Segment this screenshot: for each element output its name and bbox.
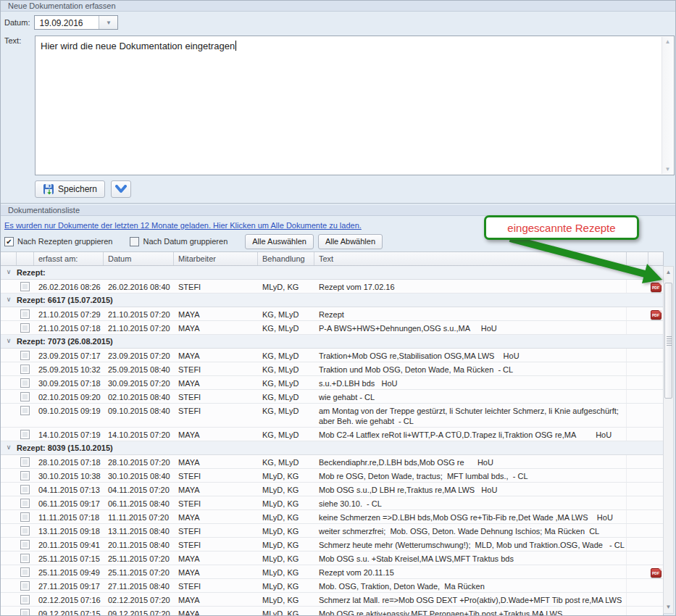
table-row[interactable]: 27.11.2015 09:1727.11.2015 08:40STEFIMLy… [1, 579, 663, 593]
row-checkbox[interactable] [20, 595, 30, 604]
cell-spacer [627, 579, 648, 592]
table-row[interactable]: 30.09.2015 07:1830.09.2015 07:20MAYAKG, … [1, 376, 663, 390]
date-picker[interactable]: 19.09.2016 ▼ [34, 15, 118, 30]
cell-spacer [627, 607, 648, 615]
table-row[interactable]: 25.09.2015 10:3225.09.2015 08:40STEFIKG,… [1, 362, 663, 376]
table-row[interactable]: 13.11.2015 09:1813.11.2015 08:40STEFIMLy… [1, 524, 663, 538]
column-header-mitarbeiter[interactable]: Mitarbeiter [174, 252, 258, 265]
text-caret [235, 41, 236, 51]
group-row[interactable]: ∨Rezept: 7073 (26.08.2015) [1, 335, 663, 349]
row-checkbox[interactable] [20, 282, 30, 291]
scrollbar-thumb[interactable] [664, 283, 672, 399]
row-checkbox[interactable] [20, 609, 30, 615]
cell-datum: 14.10.2015 07:20 [104, 428, 174, 441]
group-row[interactable]: ∨Rezept: 6617 (15.07.2015) [1, 294, 663, 307]
cell-erfasst: 13.11.2015 09:18 [34, 524, 104, 537]
documentation-textarea[interactable]: Hier wird die neue Dokumentation eingetr… [35, 36, 675, 175]
group-label: Rezept: 7073 (26.08.2015) [17, 335, 663, 348]
table-row[interactable]: 06.11.2015 09:1706.11.2015 08:40STEFIMLy… [1, 496, 663, 510]
date-input[interactable]: 19.09.2016 [35, 16, 99, 29]
group-collapse-chevron-icon[interactable]: ∨ [1, 266, 17, 279]
row-checkbox[interactable] [20, 512, 30, 522]
cell-datum: 26.02.2016 08:40 [104, 280, 174, 293]
table-row[interactable]: 09.12.2015 07:1509.12.2015 07:20MAYAMLyD… [1, 607, 663, 615]
table-row[interactable]: 02.10.2015 09:2002.10.2015 08:40STEFIKG,… [1, 390, 663, 404]
scroll-down-icon[interactable]: ▼ [664, 602, 673, 613]
row-checkbox-cell [17, 565, 34, 578]
load-all-documents-link[interactable]: Es wurden nur Dokumente der letzten 12 M… [4, 221, 362, 230]
cell-mitarbeiter: MAYA [174, 510, 258, 523]
row-checkbox[interactable] [20, 471, 30, 480]
row-checkbox[interactable] [20, 554, 30, 563]
group-by-rezept-checkbox[interactable]: ✔ [4, 237, 14, 246]
column-header-text[interactable]: Text [314, 252, 627, 265]
table-row[interactable]: 09.10.2015 09:1909.10.2015 08:40STEFIKG,… [1, 404, 663, 428]
cell-text: Mob OSG s.u.,D LBH re,Traktus re,MA LWS … [314, 483, 627, 496]
group-collapse-chevron-icon[interactable]: ∨ [1, 294, 17, 307]
date-dropdown-button[interactable]: ▼ [99, 16, 117, 29]
row-checkbox[interactable] [20, 351, 30, 360]
row-checkbox[interactable] [20, 309, 30, 319]
deselect-all-button[interactable]: Alle Abwählen [318, 234, 383, 249]
table-row[interactable]: 28.10.2015 07:1828.10.2015 07:20MAYAKG, … [1, 455, 663, 469]
table-row[interactable]: 25.11.2015 09:4925.11.2015 07:20MAYAMLyD… [1, 565, 663, 579]
row-checkbox[interactable] [20, 526, 30, 536]
row-chevron-spacer [1, 376, 17, 389]
table-row[interactable]: 14.10.2015 07:1914.10.2015 07:20MAYAKG, … [1, 428, 663, 441]
expand-button[interactable] [111, 180, 131, 198]
cell-mitarbeiter: MAYA [174, 552, 258, 565]
group-collapse-chevron-icon[interactable]: ∨ [1, 441, 17, 454]
table-row[interactable]: 21.10.2015 07:1821.10.2015 07:20MAYAKG, … [1, 321, 663, 335]
row-checkbox[interactable] [20, 567, 30, 577]
cell-datum: 27.11.2015 08:40 [104, 579, 174, 592]
textarea-scrollbar[interactable]: ▲ ▼ [662, 37, 673, 174]
table-row[interactable]: 04.11.2015 07:1304.11.2015 07:20MAYAMLyD… [1, 483, 663, 496]
row-checkbox[interactable] [20, 406, 30, 415]
select-all-button[interactable]: Alle Auswählen [245, 234, 314, 249]
cell-spacer [627, 552, 648, 565]
cell-pdf: PDF [648, 280, 663, 293]
doc-table-body: ∨Rezept:26.02.2016 08:2626.02.2016 08:40… [1, 266, 663, 615]
pdf-document-icon[interactable]: PDF [651, 568, 662, 578]
cell-datum: 06.11.2015 08:40 [104, 496, 174, 509]
row-chevron-spacer [1, 280, 17, 293]
row-checkbox[interactable] [20, 323, 30, 333]
row-checkbox[interactable] [20, 365, 30, 374]
table-row[interactable]: 11.11.2015 07:1811.11.2015 07:20MAYAMLyD… [1, 510, 663, 524]
table-row[interactable]: 20.11.2015 09:4120.11.2015 08:40STEFIMLy… [1, 538, 663, 552]
row-chevron-spacer [1, 607, 17, 615]
cell-erfasst: 30.10.2015 10:38 [34, 469, 104, 482]
scroll-up-icon[interactable]: ▲ [664, 267, 673, 278]
pdf-document-icon[interactable]: PDF [651, 310, 662, 320]
row-checkbox[interactable] [20, 430, 30, 439]
table-row[interactable]: 26.02.2016 08:2626.02.2016 08:40STEFIMLy… [1, 280, 663, 294]
table-row[interactable]: 30.10.2015 10:3830.10.2015 08:40STEFIMLy… [1, 469, 663, 483]
save-button[interactable]: Speichern [35, 180, 105, 198]
column-header-erfasst[interactable]: erfasst am: [34, 252, 104, 265]
cell-spacer [627, 455, 648, 468]
pdf-document-icon[interactable]: PDF [651, 283, 662, 292]
column-header-datum[interactable]: Datum [104, 252, 174, 265]
column-header-behandlung[interactable]: Behandlung▲ [258, 252, 314, 265]
table-row[interactable]: 23.09.2015 07:1723.09.2015 07:20MAYAKG, … [1, 349, 663, 362]
cell-spacer [627, 483, 648, 496]
table-row[interactable]: 21.10.2015 07:2921.10.2015 07:20MAYAKG, … [1, 307, 663, 321]
group-collapse-chevron-icon[interactable]: ∨ [1, 335, 17, 348]
table-row[interactable]: 02.12.2015 07:1602.12.2015 07:20MAYAMLyD… [1, 593, 663, 607]
row-checkbox[interactable] [20, 581, 30, 591]
group-row[interactable]: ∨Rezept: 8039 (15.10.2015) [1, 441, 663, 455]
row-checkbox[interactable] [20, 378, 30, 388]
row-checkbox[interactable] [20, 392, 30, 401]
row-checkbox[interactable] [20, 499, 30, 508]
cell-erfasst: 21.10.2015 07:18 [34, 321, 104, 334]
row-checkbox[interactable] [20, 540, 30, 549]
group-row[interactable]: ∨Rezept: [1, 266, 663, 280]
table-row[interactable]: 25.11.2015 07:1525.11.2015 07:20MAYAMLyD… [1, 552, 663, 565]
group-by-datum-checkbox[interactable] [130, 237, 139, 246]
list-vertical-scrollbar[interactable]: ▲ ▼ [663, 266, 674, 614]
scroll-down-icon[interactable]: ▼ [662, 166, 673, 172]
scroll-up-icon[interactable]: ▲ [662, 38, 673, 45]
row-checkbox[interactable] [20, 485, 30, 494]
row-checkbox[interactable] [20, 457, 30, 467]
cell-pdf [648, 524, 663, 537]
